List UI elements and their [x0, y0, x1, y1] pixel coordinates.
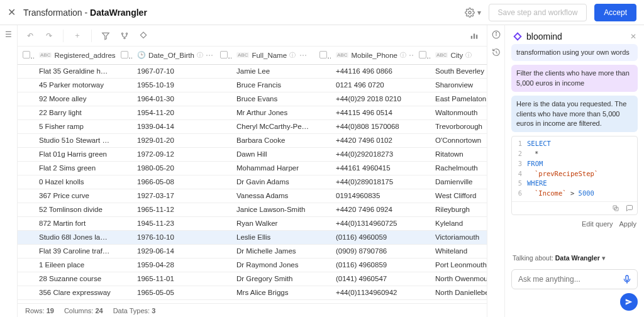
table-row[interactable]: 45 Parker motorway1955-10-19Bruce Franci… [18, 78, 487, 92]
table-row[interactable]: 1 Eileen place1959-04-28Dr Raymond Jones… [18, 258, 487, 272]
info-icon[interactable]: ⓘ [465, 51, 472, 60]
info-icon[interactable]: ⓘ [289, 51, 296, 60]
cell-city[interactable]: Ritatown [430, 147, 487, 161]
cell-dob[interactable]: 1966-05-08 [132, 175, 215, 189]
data-grid[interactable]: ABCRegistered_addressⓘ⋯🕒Date_Of_Birthⓘ⋯A… [18, 47, 487, 303]
cell-dob[interactable]: 1945-11-23 [132, 216, 215, 230]
cell-name[interactable]: Jamie Lee [231, 64, 314, 78]
cell-name[interactable]: Dr Raymond Jones [231, 258, 314, 272]
cell-name[interactable]: Dawn Hill [231, 147, 314, 161]
cell-name[interactable]: Dr Gavin Adams [231, 175, 314, 189]
cell-city[interactable]: North Owenmouth [430, 272, 487, 286]
cell-addr[interactable]: 872 Martin fort [34, 216, 116, 230]
table-row[interactable]: 22 Barry light1954-11-20Mr Arthur Jones+… [18, 106, 487, 120]
table-row[interactable]: 0 Hazel knolls1966-05-08Dr Gavin Adams+4… [18, 175, 487, 189]
table-row[interactable]: Studio 51o Stewart dam1929-01-20Barbara … [18, 133, 487, 147]
cell-name[interactable]: Bruce Francis [231, 78, 314, 92]
cell-addr[interactable]: Studio 68l Jones landing [34, 230, 116, 244]
edit-query-link[interactable]: Edit query [582, 220, 613, 228]
table-row[interactable]: 28 Suzanne course1965-11-01Dr Gregory Sm… [18, 272, 487, 286]
cell-addr[interactable]: Flat 2 Sims green [34, 161, 116, 175]
cell-name[interactable]: Vanessa Adams [231, 189, 314, 203]
column-menu-icon[interactable]: ⋯ [299, 51, 309, 60]
cell-name[interactable]: Cheryl McCarthy-Peacock [231, 120, 314, 133]
cell-name[interactable]: Dr Michelle James [231, 244, 314, 258]
cell-phone[interactable]: 0121 496 0720 [331, 78, 414, 92]
redo-icon[interactable]: ↷ [42, 28, 57, 43]
cell-addr[interactable]: 45 Parker motorway [34, 78, 116, 92]
cell-city[interactable]: Rachelmouth [430, 161, 487, 175]
cell-name[interactable]: Dr Gregory Smith [231, 272, 314, 286]
apply-link[interactable]: Apply [619, 220, 636, 228]
table-row[interactable]: 92 Moore alley1964-01-30Bruce Evans+44(0… [18, 92, 487, 106]
info-icon[interactable] [492, 30, 501, 39]
cell-name[interactable]: Janice Lawson-Smith [231, 203, 314, 216]
cell-city[interactable]: Port Leonmouth [430, 258, 487, 272]
cell-name[interactable]: Ryan Walker [231, 216, 314, 230]
cell-addr[interactable]: 356 Clare expressway [34, 286, 116, 299]
cell-city[interactable]: West Clifford [430, 189, 487, 203]
cell-dob[interactable]: 1965-11-12 [132, 203, 215, 216]
cell-dob[interactable]: 1959-04-28 [132, 258, 215, 272]
table-row[interactable]: Flat 01g Harris green1972-09-12Dawn Hill… [18, 147, 487, 161]
column-menu-icon[interactable]: ⋯ [409, 51, 414, 60]
panel-close-icon[interactable]: ✕ [630, 32, 636, 41]
column-header[interactable]: 🕒Date_Of_Birthⓘ⋯ [132, 47, 215, 64]
cell-phone[interactable]: 01914960835 [331, 189, 414, 203]
cell-dob[interactable]: 1927-03-17 [132, 189, 215, 203]
cell-phone[interactable]: +4420 7496 0102 [331, 133, 414, 147]
column-menu-icon[interactable]: ⋯ [206, 51, 215, 60]
talking-about[interactable]: Talking about: Data Wrangler ▾ [505, 252, 644, 264]
table-row[interactable]: 367 Price curve1927-03-17Vanessa Adams01… [18, 189, 487, 203]
cell-addr[interactable]: 0 Hazel knolls [34, 175, 116, 189]
table-row[interactable]: 5 Fisher ramp1939-04-14Cheryl McCarthy-P… [18, 120, 487, 133]
cell-dob[interactable]: 1965-05-05 [132, 286, 215, 299]
branch-icon[interactable] [117, 28, 132, 43]
cell-city[interactable]: Sharonview [430, 78, 487, 92]
table-row[interactable]: Flat 39 Caroline trafficway1929-06-14Dr … [18, 244, 487, 258]
cell-phone[interactable]: +44116 496 0866 [331, 64, 414, 78]
table-row[interactable]: 52 Tomlinson divide1965-11-12Janice Laws… [18, 203, 487, 216]
table-row[interactable]: Studio 68l Jones landing1976-10-10Leslie… [18, 230, 487, 244]
cell-phone[interactable]: (0141) 4960547 [331, 272, 414, 286]
table-row[interactable]: 872 Martin fort1945-11-23Ryan Walker+44(… [18, 216, 487, 230]
cell-dob[interactable]: 1980-05-20 [132, 161, 215, 175]
column-header[interactable]: ABCFull_Nameⓘ⋯ [231, 47, 314, 64]
cell-phone[interactable]: +44(0)29 2018 0210 [331, 92, 414, 106]
column-header[interactable]: ABCRegistered_addressⓘ⋯ [34, 47, 116, 64]
chart-icon[interactable] [467, 28, 482, 43]
chat-input[interactable] [511, 269, 638, 289]
cell-phone[interactable]: +44(0)1134960942 [331, 286, 414, 299]
cell-dob[interactable]: 1929-06-14 [132, 244, 215, 258]
column-checkbox[interactable] [220, 51, 228, 58]
cell-city[interactable]: Victoriamouth [430, 230, 487, 244]
cell-addr[interactable]: 28 Suzanne course [34, 272, 116, 286]
cell-city[interactable]: Trevorborough [430, 120, 487, 133]
cell-addr[interactable]: Flat 01g Harris green [34, 147, 116, 161]
cell-addr[interactable]: 52 Tomlinson divide [34, 203, 116, 216]
cell-dob[interactable]: 1972-09-12 [132, 147, 215, 161]
cell-name[interactable]: Leslie Ellis [231, 230, 314, 244]
chat-input-field[interactable] [518, 275, 616, 284]
history-icon[interactable] [492, 48, 501, 57]
column-checkbox[interactable] [419, 51, 426, 58]
undo-icon[interactable]: ↶ [23, 28, 38, 43]
cell-phone[interactable]: (0909) 8790786 [331, 244, 414, 258]
table-row[interactable]: Flat 35 Geraldine hollow1967-07-10Jamie … [18, 64, 487, 78]
info-icon[interactable]: ⓘ [400, 51, 406, 60]
cell-dob[interactable]: 1976-10-10 [132, 230, 215, 244]
cell-city[interactable]: East Pamelaton [430, 92, 487, 106]
add-icon[interactable]: ＋ [70, 28, 85, 43]
cell-city[interactable]: South Beverley [430, 64, 487, 78]
cell-addr[interactable]: 367 Price curve [34, 189, 116, 203]
cell-addr[interactable]: 92 Moore alley [34, 92, 116, 106]
copy-icon[interactable] [612, 204, 619, 212]
column-checkbox[interactable] [319, 51, 327, 58]
cell-city[interactable]: Damienville [430, 175, 487, 189]
column-header[interactable]: ABCCityⓘ⋯ [430, 47, 487, 64]
cell-addr[interactable]: 1 Eileen place [34, 258, 116, 272]
cell-dob[interactable]: 1955-10-19 [132, 78, 215, 92]
cell-phone[interactable]: +44(0)1314960725 [331, 216, 414, 230]
cell-phone[interactable]: (0116) 4960059 [331, 230, 414, 244]
cell-dob[interactable]: 1965-11-01 [132, 272, 215, 286]
